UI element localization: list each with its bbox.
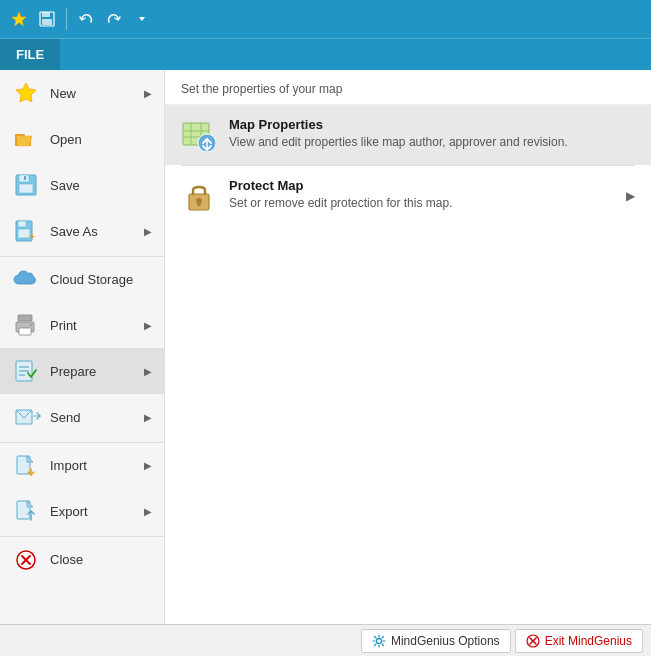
sidebar-item-print[interactable]: Print ▶ [0, 302, 164, 348]
panel-item-map-properties[interactable]: Map Properties View and edit properties … [165, 105, 651, 165]
svg-rect-3 [42, 19, 52, 25]
protect-map-desc: Set or remove edit protection for this m… [229, 196, 614, 210]
export-arrow: ▶ [144, 506, 152, 517]
cloud-storage-icon [12, 266, 40, 294]
svg-rect-2 [42, 12, 50, 17]
file-menu-label[interactable]: FILE [0, 39, 60, 70]
protect-map-arrow: ▶ [626, 189, 635, 203]
new-label: New [50, 86, 134, 101]
map-properties-content: Map Properties View and edit properties … [229, 117, 635, 149]
svg-rect-20 [19, 328, 31, 335]
svg-rect-12 [19, 184, 33, 193]
mindgenius-options-button[interactable]: MindGenius Options [361, 629, 511, 653]
save-label: Save [50, 178, 152, 193]
sidebar-item-open[interactable]: Open [0, 116, 164, 162]
import-arrow: ▶ [144, 460, 152, 471]
redo-button[interactable] [103, 8, 125, 30]
open-icon [12, 125, 40, 153]
main-content: New ▶ Open [0, 70, 651, 624]
panel-header: Set the properties of your map [165, 70, 651, 105]
undo-button[interactable] [75, 8, 97, 30]
sidebar-item-import[interactable]: Import ▶ [0, 442, 164, 488]
svg-rect-15 [18, 221, 26, 227]
exit-icon [526, 634, 540, 648]
import-label: Import [50, 458, 134, 473]
svg-marker-0 [12, 12, 26, 26]
save-icon [12, 171, 40, 199]
open-label: Open [50, 132, 152, 147]
sidebar-item-export[interactable]: Export ▶ [0, 488, 164, 534]
panel-item-protect-map[interactable]: Protect Map Set or remove edit protectio… [165, 166, 651, 226]
prepare-label: Prepare [50, 364, 134, 379]
print-icon [12, 311, 40, 339]
save-as-label: Save As [50, 224, 134, 239]
new-arrow: ▶ [144, 88, 152, 99]
file-menu-bar: FILE [0, 38, 651, 70]
sidebar-item-send[interactable]: Send ▶ [0, 394, 164, 440]
send-label: Send [50, 410, 134, 425]
bottom-bar: MindGenius Options Exit MindGenius [0, 624, 651, 656]
svg-rect-13 [24, 176, 26, 180]
map-properties-desc: View and edit properties like map author… [229, 135, 635, 149]
svg-rect-18 [18, 315, 32, 321]
protect-map-title: Protect Map [229, 178, 614, 193]
print-label: Print [50, 318, 134, 333]
prepare-arrow: ▶ [144, 366, 152, 377]
save-quick-icon[interactable] [36, 8, 58, 30]
send-icon [12, 403, 40, 431]
send-arrow: ▶ [144, 412, 152, 423]
svg-line-50 [374, 636, 376, 638]
export-label: Export [50, 504, 134, 519]
save-as-icon: + [12, 217, 40, 245]
new-icon [12, 79, 40, 107]
star-icon [8, 8, 30, 30]
svg-rect-44 [198, 202, 201, 206]
sidebar-item-cloud-storage[interactable]: Cloud Storage [0, 256, 164, 302]
exit-label: Exit MindGenius [545, 634, 632, 648]
svg-marker-4 [139, 17, 145, 21]
sidebar: New ▶ Open [0, 70, 165, 624]
right-panel: Set the properties of your map [165, 70, 651, 624]
svg-line-52 [382, 636, 384, 638]
svg-line-51 [382, 644, 384, 646]
sidebar-item-new[interactable]: New ▶ [0, 70, 164, 116]
protect-map-icon [181, 178, 217, 214]
svg-line-53 [374, 644, 376, 646]
cloud-storage-label: Cloud Storage [50, 272, 152, 287]
gear-icon [372, 634, 386, 648]
sidebar-item-save[interactable]: Save [0, 162, 164, 208]
save-as-arrow: ▶ [144, 226, 152, 237]
import-icon [12, 452, 40, 480]
close-label: Close [50, 552, 152, 567]
sidebar-item-save-as[interactable]: + Save As ▶ [0, 208, 164, 254]
export-icon [12, 497, 40, 525]
title-bar [0, 0, 651, 38]
prepare-icon [12, 357, 40, 385]
options-label: MindGenius Options [391, 634, 500, 648]
svg-text:+: + [29, 231, 35, 242]
protect-map-content: Protect Map Set or remove edit protectio… [229, 178, 614, 210]
exit-button[interactable]: Exit MindGenius [515, 629, 643, 653]
sidebar-item-prepare[interactable]: Prepare ▶ [0, 348, 164, 394]
close-doc-icon [12, 546, 40, 574]
svg-marker-5 [16, 83, 36, 102]
map-properties-icon [181, 117, 217, 153]
sidebar-item-close[interactable]: Close [0, 536, 164, 582]
toolbar-dropdown-button[interactable] [131, 8, 153, 30]
map-properties-title: Map Properties [229, 117, 635, 132]
svg-rect-21 [30, 324, 32, 326]
print-arrow: ▶ [144, 320, 152, 331]
svg-point-45 [376, 638, 381, 643]
divider [66, 8, 67, 30]
